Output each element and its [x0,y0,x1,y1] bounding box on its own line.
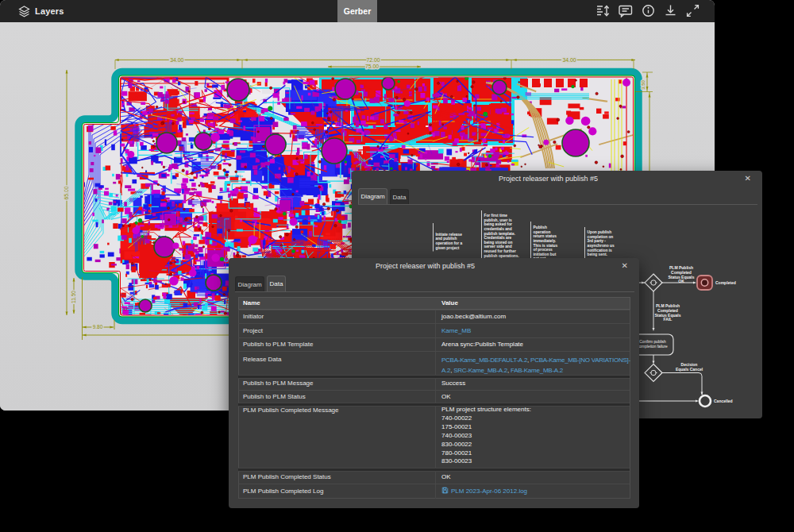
svg-text:9.80: 9.80 [93,324,103,330]
svg-text:34.00: 34.00 [562,57,576,63]
svg-text:34.00: 34.00 [170,57,183,63]
svg-text:11.50: 11.50 [71,291,76,303]
svg-text:65.00: 65.00 [64,186,69,199]
svg-text:72.00: 72.00 [366,57,380,63]
svg-text:3.50: 3.50 [641,80,646,90]
svg-text:75.00: 75.00 [365,64,379,69]
